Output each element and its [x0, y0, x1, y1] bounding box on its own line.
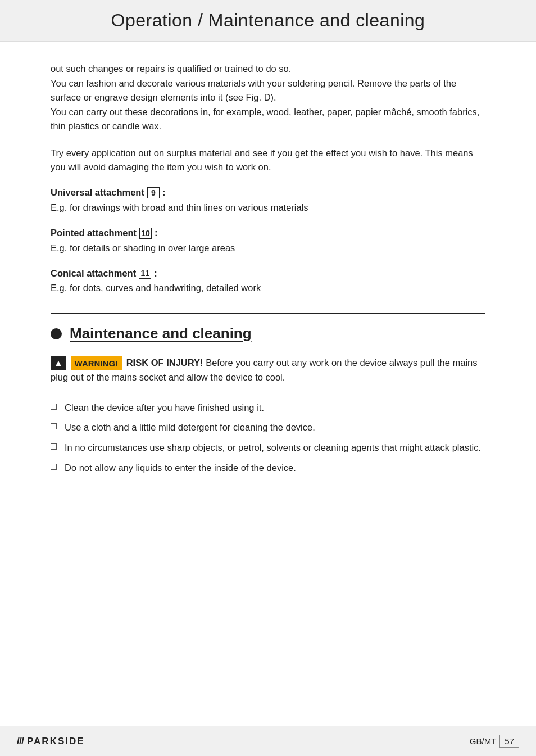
page-title: Operation / Maintenance and cleaning — [34, 10, 502, 31]
warning-triangle-icon: ▲ — [51, 356, 66, 370]
attachment-universal: Universal attachment 9: E.g. for drawing… — [51, 187, 485, 215]
attachment-conical-num: 11 — [139, 268, 151, 279]
logo-text: PARKSIDE — [27, 736, 85, 747]
section-divider — [51, 313, 485, 314]
warning-block: ▲ WARNING! RISK OF INJURY! Before you ca… — [51, 356, 485, 385]
square-bullet-icon — [51, 423, 57, 429]
attachment-universal-label: Universal attachment — [51, 187, 144, 198]
intro-paragraph-1: out such changes or repairs is qualified… — [51, 62, 485, 134]
list-item-text: In no circumstances use sharp objects, o… — [65, 441, 481, 455]
attachment-universal-num: 9 — [147, 187, 160, 198]
main-content: out such changes or repairs is qualified… — [0, 42, 536, 497]
attachment-universal-title: Universal attachment 9: — [51, 187, 485, 198]
list-item: In no circumstances use sharp objects, o… — [51, 441, 485, 455]
list-item-text: Use a cloth and a little mild detergent … — [65, 420, 315, 435]
page-footer: /// PARKSIDE GB/MT 57 — [0, 726, 536, 756]
page: Operation / Maintenance and cleaning out… — [0, 0, 536, 756]
square-bullet-icon — [51, 443, 57, 450]
attachment-conical-label: Conical attachment — [51, 268, 136, 279]
square-bullet-icon — [51, 404, 57, 410]
list-item: Clean the device after you have finished… — [51, 401, 485, 415]
attachment-conical-title: Conical attachment 11: — [51, 268, 485, 279]
attachment-pointed-title: Pointed attachment 10: — [51, 228, 485, 239]
logo-slashes: /// — [17, 735, 24, 747]
maintenance-heading-row: Maintenance and cleaning — [51, 325, 485, 342]
square-bullet-icon — [51, 464, 57, 470]
attachment-conical: Conical attachment 11: E.g. for dots, cu… — [51, 268, 485, 296]
maintenance-bullet-list: Clean the device after you have finished… — [51, 401, 485, 475]
attachment-pointed-desc: E.g. for details or shading in over larg… — [51, 241, 485, 256]
attachment-pointed-num: 10 — [139, 228, 152, 239]
list-item-text: Clean the device after you have finished… — [65, 401, 264, 415]
attachment-pointed-label: Pointed attachment — [51, 228, 137, 238]
list-item-text: Do not allow any liquids to enter the in… — [65, 461, 296, 476]
page-region: GB/MT — [470, 736, 497, 746]
list-item: Do not allow any liquids to enter the in… — [51, 461, 485, 476]
bullet-circle-icon — [51, 328, 62, 339]
warning-badge: WARNING! — [71, 356, 122, 370]
attachment-universal-desc: E.g. for drawings with broad and thin li… — [51, 201, 485, 215]
warning-risk-text: RISK OF INJURY! — [126, 357, 203, 368]
parkside-logo: /// PARKSIDE — [17, 735, 85, 747]
page-number: 57 — [499, 735, 519, 748]
attachment-pointed: Pointed attachment 10: E.g. for details … — [51, 228, 485, 256]
page-header: Operation / Maintenance and cleaning — [0, 0, 536, 42]
footer-page-info: GB/MT 57 — [470, 735, 519, 748]
list-item: Use a cloth and a little mild detergent … — [51, 420, 485, 435]
attachment-conical-desc: E.g. for dots, curves and handwriting, d… — [51, 281, 485, 296]
maintenance-heading: Maintenance and cleaning — [70, 325, 252, 342]
intro-paragraph-2: Try every application out on surplus mat… — [51, 146, 485, 175]
